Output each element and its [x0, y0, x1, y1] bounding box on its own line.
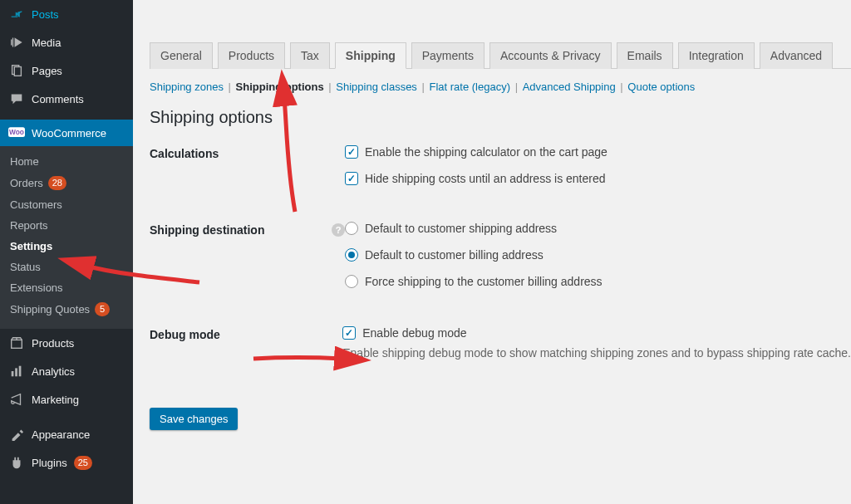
save-changes-button[interactable]: Save changes — [150, 408, 238, 430]
svg-rect-5 — [12, 371, 14, 376]
radio-icon[interactable] — [345, 222, 358, 235]
submenu-settings[interactable]: Settings — [0, 236, 133, 257]
plugins-icon — [8, 455, 25, 470]
checkbox-icon[interactable] — [345, 145, 358, 159]
products-icon — [8, 335, 25, 350]
appearance-icon — [8, 427, 25, 442]
woocommerce-submenu: Home Orders28 Customers Reports Settings… — [0, 146, 133, 329]
marketing-icon — [8, 392, 25, 407]
sidebar-item-pages[interactable]: Pages — [0, 56, 133, 85]
section-title: Shipping options — [150, 108, 851, 127]
subtab-shipping-zones[interactable]: Shipping zones — [150, 81, 224, 93]
media-icon — [8, 35, 25, 50]
pages-icon — [8, 63, 25, 78]
dest-force-billing[interactable]: Force shipping to the customer billing a… — [345, 275, 851, 288]
plugins-badge: 25 — [74, 456, 92, 470]
shipping-destination-label: Shipping destination ? — [150, 222, 345, 237]
tab-emails[interactable]: Emails — [617, 42, 673, 69]
submenu-orders[interactable]: Orders28 — [0, 172, 133, 194]
sidebar-item-plugins[interactable]: Plugins 25 — [0, 448, 133, 477]
help-icon[interactable]: ? — [332, 223, 345, 237]
subtab-shipping-options[interactable]: Shipping options — [236, 81, 324, 93]
comment-icon — [8, 91, 25, 106]
radio-icon[interactable] — [345, 248, 358, 262]
sidebar-item-label: Comments — [32, 93, 84, 105]
svg-text:Woo: Woo — [9, 129, 24, 137]
calc-hide-costs[interactable]: Hide shipping costs until an address is … — [345, 172, 851, 185]
debug-description: Enable shipping debug mode to show match… — [342, 346, 851, 360]
calculations-row: Calculations Enable the shipping calcula… — [150, 145, 851, 198]
subtab-flat-rate-legacy[interactable]: Flat rate (legacy) — [430, 81, 511, 93]
dest-billing-address[interactable]: Default to customer billing address — [345, 248, 851, 262]
sidebar-item-media[interactable]: Media — [0, 28, 133, 56]
sidebar-item-label: Appearance — [32, 428, 90, 441]
calculations-label: Calculations — [150, 145, 345, 160]
tab-shipping[interactable]: Shipping — [335, 42, 406, 69]
svg-rect-6 — [15, 368, 17, 376]
subtab-quote-options[interactable]: Quote options — [627, 81, 695, 93]
sidebar-item-posts[interactable]: Posts — [0, 0, 133, 28]
shipping-destination-row: Shipping destination ? Default to custom… — [150, 222, 851, 301]
analytics-icon — [8, 364, 25, 379]
tab-tax[interactable]: Tax — [290, 42, 330, 69]
debug-enable[interactable]: Enable debug mode — [342, 326, 851, 340]
sidebar-item-label: Pages — [32, 65, 62, 77]
checkbox-icon[interactable] — [342, 326, 356, 340]
pin-icon — [8, 7, 25, 22]
sidebar-item-marketing[interactable]: Marketing — [0, 385, 133, 413]
sidebar-item-label: WooCommerce — [32, 127, 106, 139]
shipping-quotes-badge: 5 — [95, 302, 110, 316]
tab-advanced[interactable]: Advanced — [760, 42, 833, 69]
tab-payments[interactable]: Payments — [411, 42, 485, 69]
sidebar-item-label: Products — [32, 337, 74, 350]
debug-mode-row: Debug mode Enable debug mode Enable ship… — [150, 326, 851, 360]
submenu-shipping-quotes[interactable]: Shipping Quotes5 — [0, 298, 133, 321]
calc-enable-calculator[interactable]: Enable the shipping calculator on the ca… — [345, 145, 851, 159]
sidebar-item-label: Analytics — [32, 365, 75, 378]
subtab-advanced-shipping[interactable]: Advanced Shipping — [523, 81, 616, 93]
subtab-shipping-classes[interactable]: Shipping classes — [336, 81, 417, 93]
sidebar-item-appearance[interactable]: Appearance — [0, 420, 133, 448]
tab-products[interactable]: Products — [218, 42, 285, 69]
woocommerce-icon: Woo — [8, 126, 25, 139]
submenu-extensions[interactable]: Extensions — [0, 277, 133, 298]
sidebar-item-comments[interactable]: Comments — [0, 85, 133, 113]
tab-accounts-privacy[interactable]: Accounts & Privacy — [489, 42, 612, 69]
submenu-customers[interactable]: Customers — [0, 194, 133, 215]
dest-shipping-address[interactable]: Default to customer shipping address — [345, 222, 851, 235]
svg-rect-7 — [19, 366, 22, 377]
sidebar-item-label: Media — [32, 37, 61, 49]
svg-rect-4 — [12, 340, 22, 348]
admin-sidebar: Posts Media Pages Comments Woo WooCommer… — [0, 0, 133, 504]
submenu-status[interactable]: Status — [0, 257, 133, 277]
sidebar-item-label: Marketing — [32, 394, 79, 406]
settings-tab-row: General Products Tax Shipping Payments A… — [150, 42, 851, 69]
svg-rect-1 — [14, 67, 21, 76]
sidebar-item-analytics[interactable]: Analytics — [0, 357, 133, 385]
radio-icon[interactable] — [345, 275, 358, 288]
sidebar-item-products[interactable]: Products — [0, 329, 133, 357]
tab-integration[interactable]: Integration — [678, 42, 755, 69]
sidebar-item-label: Plugins — [32, 457, 67, 469]
tab-general[interactable]: General — [150, 42, 213, 69]
submenu-reports[interactable]: Reports — [0, 215, 133, 236]
orders-badge: 28 — [48, 176, 66, 190]
submenu-home[interactable]: Home — [0, 151, 133, 172]
main-content: General Products Tax Shipping Payments A… — [133, 0, 851, 504]
sidebar-item-label: Posts — [32, 8, 59, 21]
debug-mode-label: Debug mode — [150, 326, 342, 341]
shipping-subtab-row: Shipping zones | Shipping options | Ship… — [150, 76, 851, 96]
sidebar-item-woocommerce[interactable]: Woo WooCommerce — [0, 120, 133, 146]
checkbox-icon[interactable] — [345, 172, 358, 185]
